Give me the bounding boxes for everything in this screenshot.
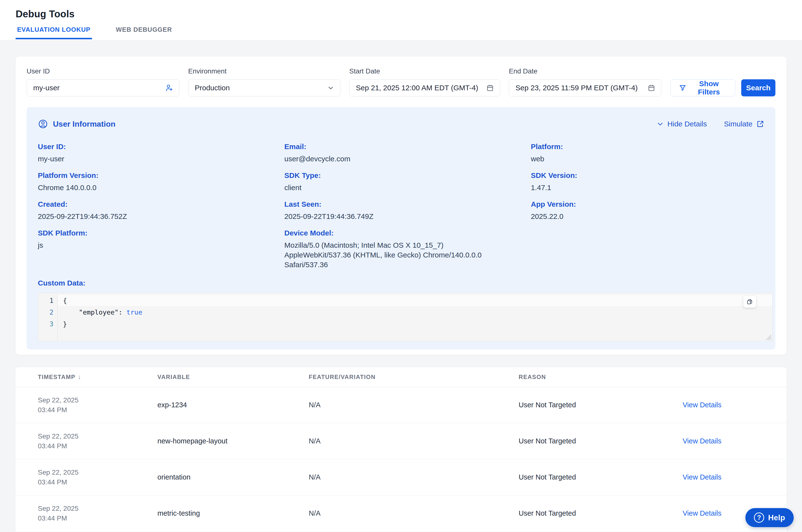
user-id-input[interactable]: my-user: [26, 79, 179, 96]
field-last-seen: Last Seen: 2025-09-22T19:44:36.749Z: [284, 200, 531, 221]
hide-details-button[interactable]: Hide Details: [657, 120, 707, 128]
table-row: Sep 22, 202503:44 PM metric-testing N/A …: [15, 495, 787, 532]
user-fields-grid: User ID: my-user Email: user@devcycle.co…: [38, 142, 764, 277]
tab-evaluation-lookup[interactable]: EVALUATION LOOKUP: [16, 26, 92, 39]
tab-bar: EVALUATION LOOKUP WEB DEBUGGER: [16, 26, 786, 39]
filter-buttons: Show Filters Search: [670, 79, 776, 96]
chevron-down-icon: [657, 120, 664, 127]
view-details-link[interactable]: View Details: [683, 437, 787, 445]
view-details-link[interactable]: View Details: [683, 401, 787, 409]
copy-button[interactable]: [743, 296, 756, 308]
code-block[interactable]: 1 2 3 { "employee": true }: [38, 292, 772, 341]
custom-data-editor: 1 2 3 { "employee": true }: [38, 292, 772, 341]
code-lines: { "employee": true }: [58, 295, 772, 341]
field-sdk-type: SDK Type: client: [284, 171, 531, 193]
chevron-down-icon: [327, 84, 335, 92]
table-row: Sep 22, 202503:44 PM exp-1234 N/A User N…: [15, 387, 787, 423]
column-header-timestamp[interactable]: TIMESTAMP ↓: [38, 373, 157, 381]
table-header-row: TIMESTAMP ↓ VARIABLE FEATURE/VARIATION R…: [15, 367, 787, 387]
help-button[interactable]: ? Help: [745, 508, 794, 527]
user-circle-icon: [38, 119, 48, 129]
field-device-model: Device Model: Mozilla/5.0 (Macintosh; In…: [284, 229, 531, 270]
field-app-version: App Version: 2025.22.0: [531, 200, 764, 221]
code-line-3: }: [58, 318, 772, 330]
column-header-reason[interactable]: REASON: [519, 374, 683, 380]
user-id-value: my-user: [33, 84, 60, 92]
user-id-field-group: User ID my-user: [26, 67, 179, 96]
show-filters-button[interactable]: Show Filters: [670, 79, 736, 96]
table-row: Sep 22, 202503:44 PM orientation N/A Use…: [15, 459, 787, 495]
user-information-panel: User Information Hide Details Simulate: [26, 107, 776, 349]
field-sdk-platform: SDK Platform: js: [38, 229, 284, 270]
end-date-label: End Date: [509, 67, 662, 75]
start-date-label: Start Date: [349, 67, 500, 75]
code-line-1: {: [58, 295, 772, 306]
column-header-variable[interactable]: VARIABLE: [157, 374, 309, 380]
environment-field-group: Environment Production: [188, 67, 341, 96]
user-add-icon[interactable]: [165, 84, 173, 92]
environment-value: Production: [195, 84, 230, 92]
code-line-2: "employee": true: [58, 306, 772, 318]
calendar-icon[interactable]: [648, 84, 655, 92]
start-date-input[interactable]: Sep 21, 2025 12:00 AM EDT (GMT-4): [349, 79, 500, 96]
view-details-link[interactable]: View Details: [683, 473, 787, 481]
user-information-actions: Hide Details Simulate: [657, 120, 764, 128]
field-created: Created: 2025-09-22T19:44:36.752Z: [38, 200, 284, 221]
end-date-input[interactable]: Sep 23, 2025 11:59 PM EDT (GMT-4): [509, 79, 662, 96]
filter-row: User ID my-user Environment Production: [26, 67, 776, 96]
environment-label: Environment: [188, 67, 341, 75]
content-area: User ID my-user Environment Production: [0, 40, 802, 532]
user-id-label: User ID: [26, 67, 179, 75]
lookup-card: User ID my-user Environment Production: [15, 56, 787, 355]
start-date-field-group: Start Date Sep 21, 2025 12:00 AM EDT (GM…: [349, 67, 500, 96]
end-date-field-group: End Date Sep 23, 2025 11:59 PM EDT (GMT-…: [509, 67, 662, 96]
field-email: Email: user@devcycle.com: [284, 142, 531, 164]
funnel-icon: [679, 84, 687, 92]
field-platform: Platform: web: [531, 142, 764, 164]
user-information-header: User Information Hide Details Simulate: [26, 119, 776, 129]
evaluations-table: TIMESTAMP ↓ VARIABLE FEATURE/VARIATION R…: [15, 367, 787, 532]
start-date-value: Sep 21, 2025 12:00 AM EDT (GMT-4): [356, 84, 478, 92]
code-gutter: 1 2 3: [38, 295, 58, 341]
question-mark-icon: ?: [754, 512, 764, 523]
field-sdk-version: SDK Version: 1.47.1: [531, 171, 764, 193]
end-date-value: Sep 23, 2025 11:59 PM EDT (GMT-4): [515, 84, 638, 92]
search-button[interactable]: Search: [741, 79, 776, 96]
simulate-button[interactable]: Simulate: [724, 120, 764, 128]
table-row: Sep 22, 202503:44 PM new-homepage-layout…: [15, 423, 787, 459]
external-link-icon: [756, 120, 764, 128]
field-platform-version: Platform Version: Chrome 140.0.0.0: [38, 171, 284, 193]
calendar-icon[interactable]: [486, 84, 494, 92]
custom-data-label: Custom Data:: [38, 279, 764, 287]
show-filters-label: Show Filters: [691, 79, 727, 96]
user-information-title: User Information: [38, 119, 115, 129]
field-user-id: User ID: my-user: [38, 142, 284, 164]
environment-select[interactable]: Production: [188, 79, 341, 96]
column-header-feature-variation[interactable]: FEATURE/VARIATION: [309, 374, 519, 380]
tab-web-debugger[interactable]: WEB DEBUGGER: [114, 26, 174, 39]
top-bar: Debug Tools EVALUATION LOOKUP WEB DEBUGG…: [0, 0, 802, 40]
sort-descending-icon: ↓: [78, 373, 81, 381]
page-title: Debug Tools: [16, 8, 786, 20]
copy-icon: [746, 298, 753, 305]
